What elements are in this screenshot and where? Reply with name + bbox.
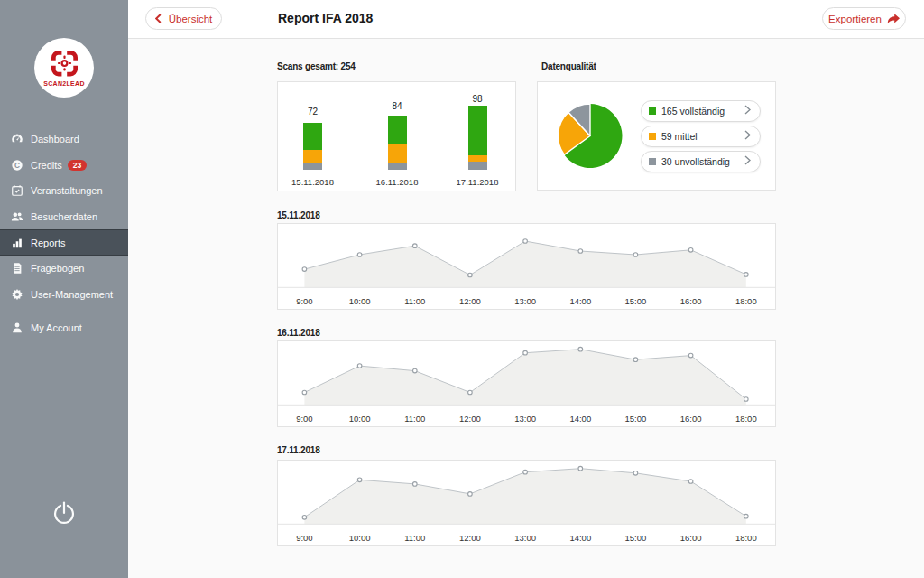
svg-text:C: C [14, 161, 20, 170]
svg-text:SCAN2LEAD: SCAN2LEAD [43, 80, 84, 87]
